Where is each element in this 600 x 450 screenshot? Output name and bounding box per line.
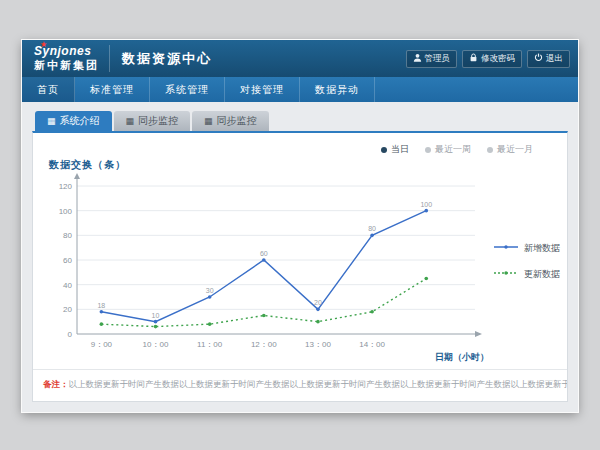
nav-item-2[interactable]: 系统管理	[150, 77, 225, 102]
header-button-0[interactable]: 管理员	[406, 50, 458, 68]
svg-text:100: 100	[59, 207, 73, 216]
note-label: 备注：	[43, 379, 69, 389]
header-button-label: 修改密码	[481, 53, 515, 65]
tab-0[interactable]: ▦系统介绍	[35, 111, 112, 131]
brand-text: Synjones★	[34, 45, 99, 59]
header-button-1[interactable]: 修改密码	[462, 50, 522, 68]
y-axis-title: 数据交换（条）	[49, 158, 567, 172]
page-title: 数据资源中心	[122, 50, 212, 68]
svg-text:20: 20	[63, 305, 72, 314]
svg-text:30: 30	[206, 287, 214, 294]
tab-label: 同步监控	[217, 114, 257, 128]
chart-row: 0204060801001209：0010：0011：0012：0013：001…	[33, 172, 567, 364]
filter-legend-label: 最近一月	[497, 143, 533, 156]
header-actions: 管理员修改密码退出	[406, 50, 571, 68]
series-legend-item-0: 新增数据	[493, 242, 560, 255]
header-button-label: 退出	[546, 53, 563, 65]
svg-text:12：00: 12：00	[251, 340, 277, 349]
synjones-logo: Synjones★ 新中新集团	[30, 45, 110, 71]
svg-text:40: 40	[63, 281, 72, 290]
svg-text:80: 80	[368, 225, 376, 232]
svg-text:120: 120	[59, 182, 73, 191]
monitor-icon: ▦	[204, 117, 213, 126]
svg-text:80: 80	[63, 231, 72, 240]
svg-text:13：00: 13：00	[305, 340, 331, 349]
svg-text:60: 60	[63, 256, 72, 265]
svg-text:日期（小时）: 日期（小时）	[435, 352, 489, 362]
filter-legend-item-2[interactable]: 最近一月	[487, 143, 533, 156]
svg-text:20: 20	[314, 299, 322, 306]
footer-note: 备注：以上数据更新于时间产生数据以上数据更新于时间产生数据以上数据更新于时间产生…	[33, 369, 567, 401]
main-nav: 首页标准管理系统管理对接管理数据异动	[22, 77, 578, 102]
series-legend-label: 新增数据	[524, 242, 560, 255]
nav-item-4[interactable]: 数据异动	[300, 77, 375, 102]
main-panel: 当日最近一周最近一月 数据交换（条） 0204060801001209：0010…	[32, 131, 568, 402]
series-legend: 新增数据更新数据	[493, 242, 560, 281]
tab-label: 同步监控	[138, 114, 178, 128]
filter-legend: 当日最近一周最近一月	[33, 143, 533, 156]
line-sample-icon	[493, 269, 519, 279]
svg-text:9：00: 9：00	[91, 340, 113, 349]
user-icon	[413, 53, 422, 64]
nav-item-3[interactable]: 对接管理	[225, 77, 300, 102]
header-button-2[interactable]: 退出	[527, 50, 570, 68]
line-sample-icon	[493, 243, 519, 253]
series-legend-label: 更新数据	[524, 268, 560, 281]
legend-dot-icon	[487, 147, 493, 153]
tab-bar: ▦系统介绍▦同步监控▦同步监控	[32, 111, 568, 131]
svg-text:0: 0	[68, 330, 73, 339]
svg-text:10: 10	[152, 312, 160, 319]
svg-text:60: 60	[260, 250, 268, 257]
lock-icon	[469, 53, 478, 64]
nav-item-0[interactable]: 首页	[22, 77, 75, 102]
company-text: 新中新集团	[34, 59, 99, 72]
filter-legend-label: 当日	[391, 143, 409, 156]
svg-text:14：00: 14：00	[359, 340, 385, 349]
header-button-label: 管理员	[425, 53, 451, 65]
svg-text:11：00: 11：00	[197, 340, 223, 349]
series-legend-item-1: 更新数据	[493, 268, 560, 281]
line-chart: 0204060801001209：0010：0011：0012：0013：001…	[39, 172, 491, 364]
svg-text:100: 100	[420, 201, 432, 208]
legend-dot-icon	[381, 147, 387, 153]
filter-legend-label: 最近一周	[435, 143, 471, 156]
monitor-icon: ▦	[126, 117, 135, 126]
note-text: 以上数据更新于时间产生数据以上数据更新于时间产生数据以上数据更新于时间产生数据以…	[69, 379, 568, 389]
tab-1[interactable]: ▦同步监控	[114, 111, 191, 131]
svg-text:18: 18	[97, 302, 105, 309]
tab-2[interactable]: ▦同步监控	[192, 111, 269, 131]
app-window: Synjones★ 新中新集团 数据资源中心 管理员修改密码退出 首页标准管理系…	[22, 40, 578, 412]
logout-icon	[534, 53, 543, 64]
star-icon: ★	[40, 40, 48, 49]
tab-label: 系统介绍	[60, 114, 100, 128]
filter-legend-item-0[interactable]: 当日	[381, 143, 409, 156]
filter-legend-item-1[interactable]: 最近一周	[425, 143, 471, 156]
grid-icon: ▦	[47, 117, 56, 126]
content-area: ▦系统介绍▦同步监控▦同步监控 当日最近一周最近一月 数据交换（条） 02040…	[22, 102, 578, 412]
app-header: Synjones★ 新中新集团 数据资源中心 管理员修改密码退出	[22, 40, 578, 77]
svg-text:10：00: 10：00	[143, 340, 169, 349]
nav-item-1[interactable]: 标准管理	[75, 77, 150, 102]
legend-dot-icon	[425, 147, 431, 153]
